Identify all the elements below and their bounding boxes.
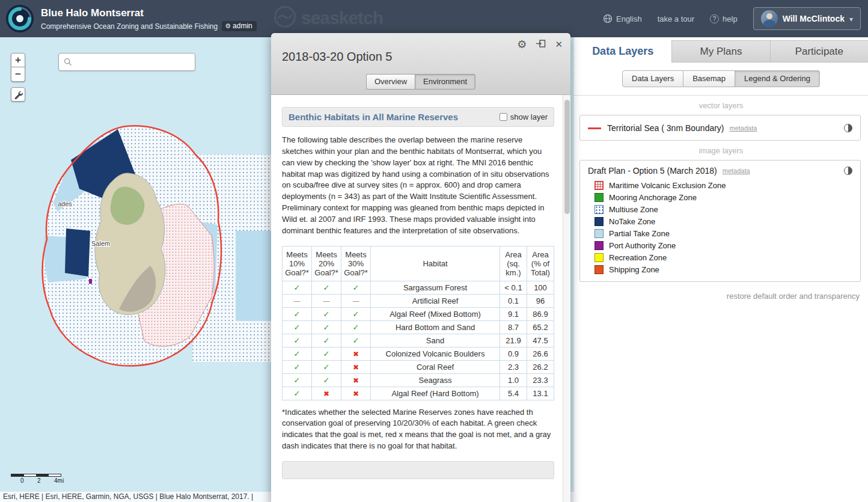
area-pct: 47.5 <box>527 334 554 347</box>
layer-item-draft-plan[interactable]: Draft Plan - Option 5 (March 2018) metad… <box>579 160 861 282</box>
zone-swatch <box>594 193 604 202</box>
goal-10-mark <box>283 334 312 347</box>
goal-30-mark <box>341 387 371 400</box>
table-header-row: Meets 10% Goal?* Meets 20% Goal?* Meets … <box>283 246 554 281</box>
goal-10-mark <box>283 294 312 307</box>
map-tools-button[interactable] <box>11 87 25 102</box>
area-pct: 65.2 <box>527 320 554 334</box>
habitat-name: Seagrass <box>371 373 500 387</box>
goal-20-mark <box>312 281 341 294</box>
metadata-link[interactable]: metadata <box>723 167 750 174</box>
zone-partial-take <box>236 231 272 321</box>
map-search[interactable] <box>58 53 195 71</box>
habitat-name: Artificial Reef <box>371 294 500 307</box>
project-subtitle: Comprehensive Ocean Zoning and Sustainab… <box>41 22 218 31</box>
transparency-toggle-icon[interactable] <box>844 167 852 175</box>
tab-my-plans[interactable]: My Plans <box>671 40 769 63</box>
scrollbar-thumb[interactable] <box>564 100 570 214</box>
transparency-toggle-icon[interactable] <box>844 124 852 132</box>
show-layer-label: show layer <box>510 112 548 121</box>
layer-item-territorial-sea[interactable]: Territorial Sea ( 3nm Boundary) metadata <box>579 115 861 141</box>
goal-30-mark <box>341 294 371 307</box>
avatar <box>761 10 778 27</box>
area-pct: 100 <box>527 281 554 294</box>
zone-label: Port Authority Zone <box>609 241 676 250</box>
language-menu[interactable]: English <box>603 14 642 23</box>
project-title: Blue Halo Montserrat <box>41 7 257 19</box>
zone-swatch <box>594 241 604 250</box>
app-root: Blue Halo Montserrat Comprehensive Ocean… <box>0 0 868 502</box>
search-icon <box>64 58 72 66</box>
table-row: Hard Bottom and Sand 8.7 65.2 <box>283 320 554 334</box>
admin-button[interactable]: admin <box>222 21 257 31</box>
modal-header: 2018-03-20 Option 5 Overview Environment <box>271 33 570 95</box>
area-pct: 96 <box>527 294 554 307</box>
habitat-name: Sargassum Forest <box>371 281 500 294</box>
layer-subtabs: Data Layers Basemap Legend & Ordering <box>574 70 868 87</box>
area-sqkm: 1.0 <box>500 373 527 387</box>
col-area-sqkm: Area (sq. km.) <box>500 246 527 281</box>
wrench-icon <box>14 90 23 99</box>
subtab-legend-ordering[interactable]: Legend & Ordering <box>735 70 820 87</box>
area-pct: 26.6 <box>527 347 554 360</box>
habitat-name: Coral Reef <box>371 360 500 373</box>
globe-icon <box>603 14 613 23</box>
report-body: Benthic Habitats in All Marine Reserves … <box>271 95 570 502</box>
take-a-tour-link[interactable]: take a tour <box>658 14 694 23</box>
legend-item: Port Authority Zone <box>594 239 854 251</box>
zone-legend: Maritime Volcanic Exclusion Zone Mooring… <box>580 178 860 281</box>
report-section-title: Benthic Habitats in All Marine Reserves <box>289 112 500 122</box>
goal-30-mark <box>341 373 371 387</box>
close-icon[interactable] <box>555 40 563 49</box>
tab-environment[interactable]: Environment <box>415 74 475 90</box>
table-row: Seagrass 1.0 23.3 <box>283 373 554 387</box>
report-tabs: Overview Environment <box>366 74 475 90</box>
report-description: The following table describes the overla… <box>282 135 554 237</box>
zone-swatch <box>594 229 604 238</box>
layer-label: Territorial Sea ( 3nm Boundary) <box>607 123 724 133</box>
habitat-name: Colonized Volcanic Boulders <box>371 347 500 360</box>
settings-icon[interactable] <box>517 39 527 50</box>
show-layer-control[interactable]: show layer <box>500 112 548 121</box>
zoom-out-button[interactable] <box>11 67 25 82</box>
goal-20-mark <box>312 334 341 347</box>
zone-label: Shipping Zone <box>609 265 659 274</box>
area-pct: 26.2 <box>527 360 554 373</box>
goal-20-mark <box>312 387 341 400</box>
legend-item: Maritime Volcanic Exclusion Zone <box>594 179 854 191</box>
tab-data-layers[interactable]: Data Layers <box>574 40 671 63</box>
goal-10-mark <box>283 320 312 334</box>
goal-20-mark <box>312 347 341 360</box>
scrollbar-track[interactable] <box>563 95 570 502</box>
subtab-basemap[interactable]: Basemap <box>683 70 735 87</box>
help-link[interactable]: help <box>710 14 738 23</box>
tab-participate[interactable]: Participate <box>770 40 868 63</box>
zone-port-authority <box>89 279 92 284</box>
next-report-section-header[interactable] <box>282 461 554 479</box>
user-menu-button[interactable]: Will McClintock <box>753 7 861 30</box>
search-input[interactable] <box>76 58 190 67</box>
export-to-map-icon[interactable] <box>536 39 546 50</box>
area-sqkm: 9.1 <box>500 307 527 320</box>
goal-10-mark <box>283 373 312 387</box>
goal-10-mark <box>283 347 312 360</box>
metadata-link[interactable]: metadata <box>730 124 757 132</box>
seasketch-wave-icon <box>274 5 296 31</box>
area-pct: 23.3 <box>527 373 554 387</box>
tab-overview[interactable]: Overview <box>366 74 415 90</box>
legend-item: Recreation Zone <box>594 251 854 263</box>
goal-20-mark <box>312 320 341 334</box>
legend-item: Partial Take Zone <box>594 227 854 239</box>
subtab-data-layers[interactable]: Data Layers <box>622 70 683 87</box>
zone-label: Multiuse Zone <box>609 205 658 214</box>
table-row: Colonized Volcanic Boulders 0.9 26.6 <box>283 347 554 360</box>
habitat-name: Hard Bottom and Sand <box>371 320 500 334</box>
restore-defaults-link[interactable]: restore default order and transparency <box>574 292 860 301</box>
zoom-in-button[interactable] <box>11 53 25 67</box>
zone-swatch <box>594 253 604 262</box>
show-layer-checkbox[interactable] <box>500 113 507 121</box>
goal-20-mark <box>312 307 341 320</box>
goal-20-mark <box>312 373 341 387</box>
gear-icon <box>225 22 231 30</box>
legend-item: Mooring Anchorage Zone <box>594 191 854 203</box>
